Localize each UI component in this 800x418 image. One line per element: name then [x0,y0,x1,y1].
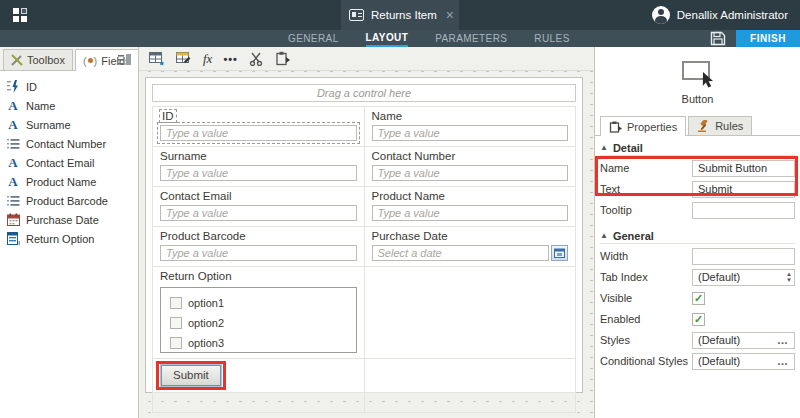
tab-properties[interactable]: Properties [600,116,686,136]
sidebar-tabs: Toolbox () Fields [0,47,138,71]
table-row [153,393,576,413]
document-tab-title: Returns Item [371,9,437,21]
property-row-tabindex: Tab Index (Default)▲▼ [600,268,795,286]
input-surname[interactable]: Type a value [160,165,357,181]
table-row: Submit [153,359,576,393]
submit-button[interactable]: Submit [161,365,221,386]
input-product-barcode[interactable]: Type a value [160,245,357,261]
ellipsis-icon[interactable]: … [777,334,789,346]
section-detail[interactable]: ▲ Detail [600,140,795,156]
input-name[interactable]: Type a value [372,125,569,141]
canvas-grid-area[interactable]: Drag a control here ID Type a value Name… [139,71,594,418]
field-item-product-name[interactable]: A Product Name [6,172,138,191]
label-purchase-date[interactable]: Purchase Date [372,230,569,245]
tab-layout[interactable]: LAYOUT [366,30,409,47]
close-tab-icon[interactable]: × [446,10,454,20]
app-menu-icon[interactable] [13,8,28,23]
checkbox[interactable] [170,337,182,349]
tab-general[interactable]: GENERAL [288,30,339,47]
checkbox-group: option1 option2 option3 [160,287,357,353]
design-canvas: fx ••• Drag a control here ID Type a val… [139,47,595,418]
label-product-name[interactable]: Product Name [372,190,569,205]
label-contact-number[interactable]: Contact Number [372,150,569,165]
tools-icon [11,54,23,66]
table-row: Product Barcode Type a value Purchase Da… [153,227,576,267]
panel-toggle-icon[interactable] [118,53,132,66]
visible-checkbox[interactable]: ✓ [692,292,705,305]
field-list: ID A Name A Surname Contact Number A Con… [0,71,138,248]
calendar-picker-icon[interactable] [551,245,568,261]
collapse-icon: ▲ [600,231,608,240]
text-icon: A [6,156,20,170]
field-item-return-option[interactable]: Return Option [6,229,138,248]
label-product-barcode[interactable]: Product Barcode [160,230,357,245]
input-id[interactable]: Type a value [160,125,357,141]
label-name[interactable]: Name [372,110,569,125]
text-icon: A [6,175,20,189]
input-contact-email[interactable]: Type a value [160,205,357,221]
tab-rules[interactable]: Rules [688,116,752,135]
tab-rules[interactable]: RULES [534,30,569,47]
field-item-contact-email[interactable]: A Contact Email [6,153,138,172]
top-bar: Returns Item × Denallix Administrator [0,0,800,30]
field-item-id[interactable]: ID [6,77,138,96]
checkbox-option[interactable]: option3 [170,333,347,353]
table-row: Contact Email Type a value Product Name … [153,187,576,227]
input-contact-number[interactable]: Type a value [372,165,569,181]
finish-button[interactable]: FINISH [736,30,800,47]
ellipsis-icon[interactable]: … [777,355,789,367]
more-actions-icon[interactable]: ••• [223,50,238,68]
form-table: ID Type a value Name Type a value Surnam… [152,106,576,413]
edit-table-icon[interactable] [176,50,192,68]
checkbox[interactable] [170,317,182,329]
text-icon: A [6,99,20,113]
field-item-surname[interactable]: A Surname [6,115,138,134]
paste-icon[interactable] [275,50,290,68]
properties-panel: Button Properties Rules ▲ Detail Name Su… [595,47,800,418]
insert-table-icon[interactable] [149,50,165,68]
table-row: Surname Type a value Contact Number Type… [153,147,576,187]
button-control-icon [679,60,717,88]
spinner-icon[interactable]: ▲▼ [786,271,792,283]
label-surname[interactable]: Surname [160,150,357,165]
width-property-input[interactable] [692,248,795,265]
name-property-input[interactable]: Submit Button [692,160,795,177]
expression-icon[interactable]: fx [203,50,212,68]
properties-tabs: Properties Rules [595,114,800,136]
checkbox-option[interactable]: option1 [170,293,347,313]
label-contact-email[interactable]: Contact Email [160,190,357,205]
form-surface: Drag a control here ID Type a value Name… [145,77,583,393]
table-row: ID Type a value Name Type a value [153,107,576,147]
property-row-tooltip: Tooltip [600,201,795,219]
section-general[interactable]: ▲ General [600,228,795,244]
field-item-name[interactable]: A Name [6,96,138,115]
save-icon[interactable] [710,31,726,46]
document-tab[interactable]: Returns Item × [341,0,459,30]
checkbox-option[interactable]: option2 [170,313,347,333]
input-product-name[interactable]: Type a value [372,205,569,221]
field-item-contact-number[interactable]: Contact Number [6,134,138,153]
field-item-product-barcode[interactable]: Product Barcode [6,191,138,210]
fields-sidebar: Toolbox () Fields ID A Name A Surname [0,47,139,418]
field-item-purchase-date[interactable]: Purchase Date [6,210,138,229]
conditional-styles-property-input[interactable]: (Default)… [692,353,795,370]
user-menu[interactable]: Denallix Administrator [652,0,788,30]
tab-toolbox[interactable]: Toolbox [3,49,73,70]
control-type-label: Button [682,93,714,105]
tabindex-property-input[interactable]: (Default)▲▼ [692,269,795,286]
enabled-checkbox[interactable]: ✓ [692,313,705,326]
choice-icon [6,232,20,246]
user-name: Denallix Administrator [677,9,788,21]
checkbox[interactable] [170,297,182,309]
label-id[interactable]: ID [160,110,176,122]
cut-icon[interactable] [249,50,264,68]
form-icon [349,9,364,21]
text-property-input[interactable]: Submit [692,181,795,198]
styles-property-input[interactable]: (Default)… [692,332,795,349]
property-row-conditional-styles: Conditional Styles (Default)… [600,352,795,370]
label-return-option[interactable]: Return Option [160,270,357,285]
drop-zone[interactable]: Drag a control here [152,84,576,102]
input-purchase-date[interactable]: Select a date [372,245,550,261]
tab-parameters[interactable]: PARAMETERS [435,30,507,47]
tooltip-property-input[interactable] [692,202,795,219]
